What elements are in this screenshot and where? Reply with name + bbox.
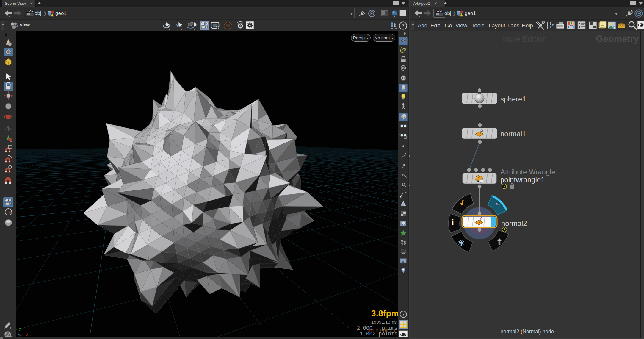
svg-text:12: 12 bbox=[401, 183, 405, 187]
svg-text:y: y bbox=[19, 326, 21, 331]
svg-text:i: i bbox=[452, 217, 454, 227]
svg-text:12: 12 bbox=[401, 173, 405, 177]
svg-text:Attribute Wrangle: Attribute Wrangle bbox=[500, 168, 555, 176]
svg-text:normal2: normal2 bbox=[501, 219, 527, 227]
svg-text:sphere1: sphere1 bbox=[500, 95, 526, 103]
svg-text:?: ? bbox=[402, 23, 405, 29]
svg-text:z: z bbox=[18, 332, 20, 335]
svg-text:pointwrangle1: pointwrangle1 bbox=[500, 176, 545, 184]
svg-text:normal1: normal1 bbox=[500, 130, 526, 138]
svg-text:i: i bbox=[403, 312, 404, 317]
